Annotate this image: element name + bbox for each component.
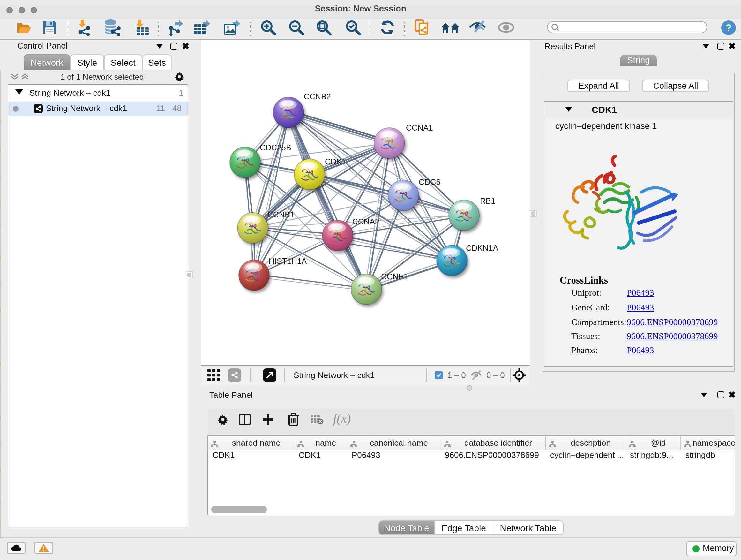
svg-text:CCNE1: CCNE1 [381,272,408,281]
svg-text:CDK1: CDK1 [325,157,346,166]
svg-text:RB1: RB1 [480,196,495,205]
svg-text:CDKN1A: CDKN1A [466,244,498,253]
svg-text:CDC25B: CDC25B [260,143,291,152]
svg-text:CCNA2: CCNA2 [352,217,380,226]
svg-text:CCNA1: CCNA1 [406,123,433,132]
svg-text:CCNB1: CCNB1 [267,210,294,219]
svg-text:CCNB2: CCNB2 [304,92,331,101]
svg-text:HIST1H1A: HIST1H1A [269,257,307,266]
svg-text:CDC6: CDC6 [419,178,441,186]
